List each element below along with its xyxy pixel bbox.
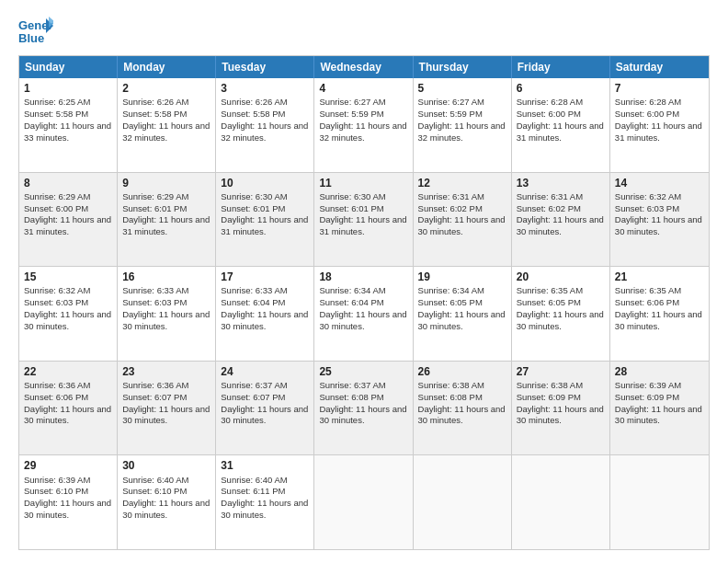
day-cell-25: 25Sunrise: 6:37 AMSunset: 6:08 PMDayligh… <box>314 362 413 455</box>
day-cell-21: 21Sunrise: 6:35 AMSunset: 6:06 PMDayligh… <box>610 267 709 361</box>
day-info: Sunrise: 6:28 AMSunset: 6:00 PMDaylight:… <box>615 97 702 142</box>
svg-text:Blue: Blue <box>18 31 44 45</box>
day-cell-2: 2Sunrise: 6:26 AMSunset: 5:58 PMDaylight… <box>118 78 216 172</box>
day-info: Sunrise: 6:39 AMSunset: 6:10 PMDaylight:… <box>24 475 111 520</box>
day-cell-29: 29Sunrise: 6:39 AMSunset: 6:10 PMDayligh… <box>19 455 118 549</box>
day-info: Sunrise: 6:33 AMSunset: 6:03 PMDaylight:… <box>122 285 210 330</box>
day-number: 14 <box>615 176 704 190</box>
day-info: Sunrise: 6:39 AMSunset: 6:09 PMDaylight:… <box>615 380 702 425</box>
day-number: 23 <box>122 364 210 379</box>
day-info: Sunrise: 6:36 AMSunset: 6:07 PMDaylight:… <box>122 380 210 425</box>
logo: General Blue <box>18 17 53 48</box>
day-cell-8: 8Sunrise: 6:29 AMSunset: 6:00 PMDaylight… <box>19 173 118 267</box>
day-cell-22: 22Sunrise: 6:36 AMSunset: 6:06 PMDayligh… <box>19 362 118 455</box>
day-cell-26: 26Sunrise: 6:38 AMSunset: 6:08 PMDayligh… <box>414 362 512 455</box>
day-header-monday: Monday <box>118 56 216 78</box>
day-number: 3 <box>221 81 309 96</box>
day-number: 1 <box>24 81 112 96</box>
week-row-4: 22Sunrise: 6:36 AMSunset: 6:06 PMDayligh… <box>19 361 709 455</box>
day-number: 21 <box>615 270 704 284</box>
page: General Blue SundayMondayTuesdayWednesda… <box>0 0 728 563</box>
day-info: Sunrise: 6:31 AMSunset: 6:02 PMDaylight:… <box>418 191 506 236</box>
day-number: 7 <box>615 81 704 96</box>
header: General Blue <box>18 17 710 48</box>
week-row-3: 15Sunrise: 6:32 AMSunset: 6:03 PMDayligh… <box>19 266 709 361</box>
day-number: 19 <box>418 270 506 284</box>
day-header-saturday: Saturday <box>610 56 709 78</box>
week-row-5: 29Sunrise: 6:39 AMSunset: 6:10 PMDayligh… <box>19 454 709 549</box>
day-number: 22 <box>24 364 112 379</box>
day-number: 16 <box>122 270 210 284</box>
day-number: 31 <box>221 458 309 473</box>
calendar-header: SundayMondayTuesdayWednesdayThursdayFrid… <box>19 56 709 78</box>
day-cell-10: 10Sunrise: 6:30 AMSunset: 6:01 PMDayligh… <box>216 173 314 267</box>
day-number: 20 <box>517 270 605 284</box>
day-info: Sunrise: 6:29 AMSunset: 6:01 PMDaylight:… <box>122 191 210 236</box>
day-info: Sunrise: 6:38 AMSunset: 6:08 PMDaylight:… <box>418 380 506 425</box>
day-number: 4 <box>319 81 407 96</box>
day-cell-7: 7Sunrise: 6:28 AMSunset: 6:00 PMDaylight… <box>610 78 709 172</box>
day-info: Sunrise: 6:40 AMSunset: 6:10 PMDaylight:… <box>122 475 210 520</box>
day-number: 24 <box>221 364 309 379</box>
empty-cell <box>610 455 709 549</box>
day-number: 30 <box>122 458 210 473</box>
day-number: 13 <box>517 176 605 190</box>
week-row-2: 8Sunrise: 6:29 AMSunset: 6:00 PMDaylight… <box>19 172 709 267</box>
day-number: 9 <box>122 176 210 190</box>
day-header-sunday: Sunday <box>19 56 118 78</box>
day-cell-24: 24Sunrise: 6:37 AMSunset: 6:07 PMDayligh… <box>216 362 314 455</box>
day-number: 6 <box>517 81 605 96</box>
day-info: Sunrise: 6:35 AMSunset: 6:06 PMDaylight:… <box>615 285 702 330</box>
day-cell-19: 19Sunrise: 6:34 AMSunset: 6:05 PMDayligh… <box>414 267 512 361</box>
day-info: Sunrise: 6:26 AMSunset: 5:58 PMDaylight:… <box>122 97 210 142</box>
day-info: Sunrise: 6:37 AMSunset: 6:07 PMDaylight:… <box>221 380 308 425</box>
day-info: Sunrise: 6:29 AMSunset: 6:00 PMDaylight:… <box>24 191 111 236</box>
day-cell-4: 4Sunrise: 6:27 AMSunset: 5:59 PMDaylight… <box>314 78 413 172</box>
day-info: Sunrise: 6:36 AMSunset: 6:06 PMDaylight:… <box>24 380 111 425</box>
day-cell-16: 16Sunrise: 6:33 AMSunset: 6:03 PMDayligh… <box>118 267 216 361</box>
day-cell-31: 31Sunrise: 6:40 AMSunset: 6:11 PMDayligh… <box>216 455 314 549</box>
day-info: Sunrise: 6:30 AMSunset: 6:01 PMDaylight:… <box>319 191 406 236</box>
day-number: 5 <box>418 81 506 96</box>
day-info: Sunrise: 6:32 AMSunset: 6:03 PMDaylight:… <box>24 285 111 330</box>
day-number: 25 <box>319 364 407 379</box>
day-header-tuesday: Tuesday <box>216 56 314 78</box>
day-info: Sunrise: 6:35 AMSunset: 6:05 PMDaylight:… <box>517 285 604 330</box>
day-number: 12 <box>418 176 506 190</box>
day-cell-3: 3Sunrise: 6:26 AMSunset: 5:58 PMDaylight… <box>216 78 314 172</box>
day-info: Sunrise: 6:33 AMSunset: 6:04 PMDaylight:… <box>221 285 308 330</box>
day-number: 28 <box>615 364 704 379</box>
day-info: Sunrise: 6:37 AMSunset: 6:08 PMDaylight:… <box>319 380 406 425</box>
day-info: Sunrise: 6:30 AMSunset: 6:01 PMDaylight:… <box>221 191 308 236</box>
day-cell-18: 18Sunrise: 6:34 AMSunset: 6:04 PMDayligh… <box>314 267 413 361</box>
day-info: Sunrise: 6:27 AMSunset: 5:59 PMDaylight:… <box>418 97 506 142</box>
day-header-wednesday: Wednesday <box>314 56 413 78</box>
day-number: 8 <box>24 176 112 190</box>
day-cell-28: 28Sunrise: 6:39 AMSunset: 6:09 PMDayligh… <box>610 362 709 455</box>
day-number: 15 <box>24 270 112 284</box>
day-info: Sunrise: 6:31 AMSunset: 6:02 PMDaylight:… <box>517 191 604 236</box>
day-header-thursday: Thursday <box>414 56 512 78</box>
day-info: Sunrise: 6:27 AMSunset: 5:59 PMDaylight:… <box>319 97 406 142</box>
week-row-1: 1Sunrise: 6:25 AMSunset: 5:58 PMDaylight… <box>19 78 709 172</box>
day-info: Sunrise: 6:25 AMSunset: 5:58 PMDaylight:… <box>24 97 111 142</box>
day-info: Sunrise: 6:26 AMSunset: 5:58 PMDaylight:… <box>221 97 308 142</box>
day-number: 10 <box>221 176 309 190</box>
day-cell-5: 5Sunrise: 6:27 AMSunset: 5:59 PMDaylight… <box>414 78 512 172</box>
day-cell-15: 15Sunrise: 6:32 AMSunset: 6:03 PMDayligh… <box>19 267 118 361</box>
logo-svg: General Blue <box>18 17 53 48</box>
day-cell-23: 23Sunrise: 6:36 AMSunset: 6:07 PMDayligh… <box>118 362 216 455</box>
day-cell-13: 13Sunrise: 6:31 AMSunset: 6:02 PMDayligh… <box>512 173 610 267</box>
day-info: Sunrise: 6:32 AMSunset: 6:03 PMDaylight:… <box>615 191 702 236</box>
day-info: Sunrise: 6:34 AMSunset: 6:04 PMDaylight:… <box>319 285 406 330</box>
empty-cell <box>314 455 413 549</box>
day-number: 2 <box>122 81 210 96</box>
day-number: 29 <box>24 458 112 473</box>
calendar-body: 1Sunrise: 6:25 AMSunset: 5:58 PMDaylight… <box>19 78 709 549</box>
day-cell-27: 27Sunrise: 6:38 AMSunset: 6:09 PMDayligh… <box>512 362 610 455</box>
day-number: 11 <box>319 176 407 190</box>
empty-cell <box>512 455 610 549</box>
calendar: SundayMondayTuesdayWednesdayThursdayFrid… <box>18 55 710 550</box>
empty-cell <box>414 455 512 549</box>
day-info: Sunrise: 6:28 AMSunset: 6:00 PMDaylight:… <box>517 97 604 142</box>
